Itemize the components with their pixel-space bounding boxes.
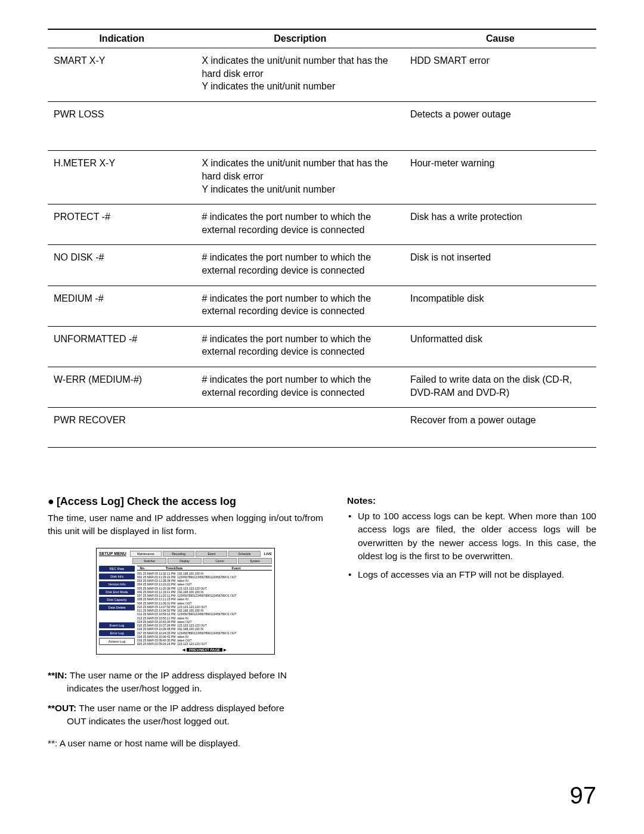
cell-cause: Detects a power outage bbox=[404, 101, 596, 151]
note-item: Up to 100 access logs can be kept. When … bbox=[358, 510, 596, 563]
section-heading-text: [Access Log] Check the access log bbox=[57, 495, 236, 507]
table-row: H.METER X-YX indicates the unit/unit num… bbox=[48, 151, 596, 204]
cell-description: # indicates the port number to which the… bbox=[196, 326, 404, 367]
scr-col-no: No. bbox=[137, 566, 148, 570]
table-row: NO DISK -## indicates the port number to… bbox=[48, 245, 596, 286]
scr-tab-event[interactable]: Event bbox=[196, 551, 227, 557]
scr-side-access-log[interactable]: Access Log bbox=[99, 638, 135, 645]
table-row: PWR RECOVERRecover from a power outage bbox=[48, 408, 596, 448]
footnote: **: A user name or host name will be dis… bbox=[48, 738, 323, 749]
def-out-text-b: OUT indicates the user/host logged out. bbox=[48, 715, 323, 728]
scr-col-event: Event bbox=[200, 566, 272, 570]
cell-indication: SMART X-Y bbox=[48, 48, 196, 102]
def-out-label: **OUT: bbox=[48, 703, 76, 713]
cell-indication: PROTECT -# bbox=[48, 204, 196, 245]
scr-tab-schedule[interactable]: Schedule bbox=[228, 551, 260, 557]
page-number: 97 bbox=[570, 782, 597, 809]
scr-side-disk-cap[interactable]: Disk Capacity bbox=[99, 597, 135, 603]
scr-title: SETUP MENU bbox=[99, 551, 129, 556]
table-row: PWR LOSSDetects a power outage bbox=[48, 101, 596, 151]
scr-side-rec-rate[interactable]: REC Rate bbox=[99, 566, 135, 572]
scr-tab-display[interactable]: Display bbox=[168, 558, 202, 564]
scr-tab-system[interactable]: System bbox=[238, 558, 272, 564]
col-header-indication: Indication bbox=[48, 29, 196, 48]
cell-description bbox=[196, 408, 404, 448]
section-lead: The time, user name and IP addresses whe… bbox=[48, 511, 323, 538]
cell-description: # indicates the port number to which the… bbox=[196, 367, 404, 407]
in-out-definitions: **IN: The user name or the IP address di… bbox=[48, 669, 323, 728]
scr-side-data-del[interactable]: Data Delete bbox=[99, 604, 135, 610]
cell-indication: W-ERR (MEDIUM-#) bbox=[48, 367, 196, 407]
section-heading: ●[Access Log] Check the access log bbox=[48, 495, 323, 508]
cell-description: # indicates the port number to which the… bbox=[196, 204, 404, 245]
scr-pager[interactable]: ◀ PREV/NEXT PAGE ▶ bbox=[137, 647, 272, 652]
scr-tab-comm[interactable]: Comm bbox=[203, 558, 237, 564]
cell-cause: Incompatible disk bbox=[404, 286, 596, 326]
error-indication-table: Indication Description Cause SMART X-YX … bbox=[48, 29, 596, 448]
table-row: MEDIUM -## indicates the port number to … bbox=[48, 286, 596, 326]
cell-indication: H.METER X-Y bbox=[48, 151, 196, 204]
cell-cause: HDD SMART error bbox=[404, 48, 596, 102]
cell-description: # indicates the port number to which the… bbox=[196, 286, 404, 326]
def-in-text-b: indicates the user/host logged in. bbox=[48, 682, 323, 695]
scr-log-lines: 001 25.MAR.03 11:32:11 PM 192.168.100.10… bbox=[137, 571, 272, 646]
def-in-label: **IN: bbox=[48, 670, 67, 680]
col-header-description: Description bbox=[196, 29, 404, 48]
scr-sidebar: REC Rate Disk Info Version Info Disk End… bbox=[99, 566, 135, 652]
table-row: SMART X-YX indicates the unit/unit numbe… bbox=[48, 48, 596, 102]
table-row: W-ERR (MEDIUM-#)# indicates the port num… bbox=[48, 367, 596, 407]
scr-tab-maintenance[interactable]: Maintenance bbox=[130, 551, 162, 557]
cell-description: X indicates the unit/unit number that ha… bbox=[196, 48, 404, 102]
notes-section: Notes: Up to 100 access logs can be kept… bbox=[347, 495, 596, 749]
cell-description bbox=[196, 101, 404, 151]
notes-label: Notes: bbox=[347, 495, 596, 506]
table-row: PROTECT -## indicates the port number to… bbox=[48, 204, 596, 245]
scr-side-version[interactable]: Version Info bbox=[99, 581, 135, 587]
col-header-cause: Cause bbox=[404, 29, 596, 48]
access-log-section: ●[Access Log] Check the access log The t… bbox=[48, 495, 323, 749]
cell-description: X indicates the unit/unit number that ha… bbox=[196, 151, 404, 204]
note-item: Logs of accesses via an FTP will not be … bbox=[358, 568, 596, 581]
scr-tab-switcher[interactable]: Switcher bbox=[132, 558, 166, 564]
cell-description: # indicates the port number to which the… bbox=[196, 245, 404, 286]
cell-cause: Hour-meter warning bbox=[404, 151, 596, 204]
setup-menu-screenshot: SETUP MENU Maintenance Recording Event S… bbox=[96, 548, 275, 655]
cell-indication: NO DISK -# bbox=[48, 245, 196, 286]
scr-col-time: Time&Date bbox=[148, 566, 200, 570]
table-row: UNFORMATTED -## indicates the port numbe… bbox=[48, 326, 596, 367]
cell-cause: Unformatted disk bbox=[404, 326, 596, 367]
cell-indication: UNFORMATTED -# bbox=[48, 326, 196, 367]
def-out-text-a: The user name or the IP address displaye… bbox=[76, 703, 284, 713]
scr-live-label: LIVE bbox=[262, 552, 272, 556]
scr-tab-recording[interactable]: Recording bbox=[163, 551, 194, 557]
scr-side-error-log[interactable]: Error Log bbox=[99, 630, 135, 636]
cell-cause: Recover from a power outage bbox=[404, 408, 596, 448]
cell-cause: Failed to write data on the disk (CD-R, … bbox=[404, 367, 596, 407]
cell-cause: Disk is not inserted bbox=[404, 245, 596, 286]
cell-indication: MEDIUM -# bbox=[48, 286, 196, 326]
scr-side-disk-end[interactable]: Disk End Mode bbox=[99, 589, 135, 595]
cell-indication: PWR LOSS bbox=[48, 101, 196, 151]
def-in-text-a: The user name or the IP address displaye… bbox=[67, 670, 287, 680]
scr-side-event-log[interactable]: Event Log bbox=[99, 622, 135, 628]
cell-indication: PWR RECOVER bbox=[48, 408, 196, 448]
cell-cause: Disk has a write protection bbox=[404, 204, 596, 245]
scr-side-disk-info[interactable]: Disk Info bbox=[99, 573, 135, 579]
